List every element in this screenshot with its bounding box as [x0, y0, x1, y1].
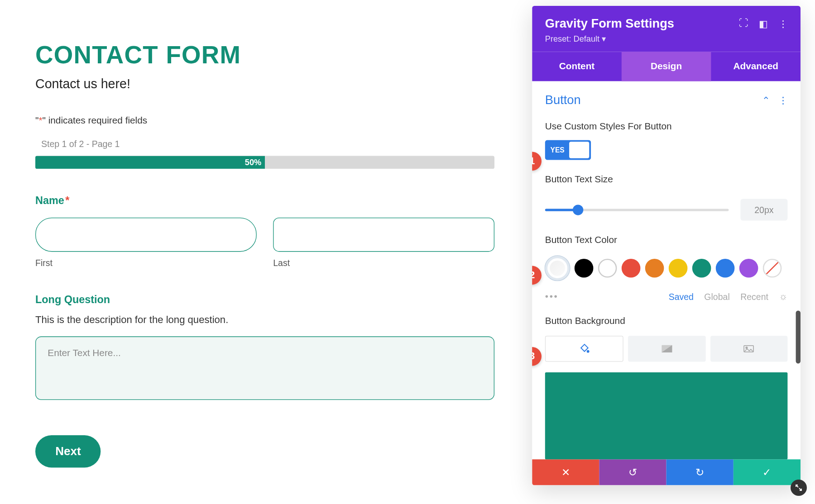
bg-tab-color[interactable]	[545, 336, 623, 361]
color-settings-icon[interactable]: ☼	[779, 291, 787, 302]
first-name-sublabel: First	[35, 257, 257, 267]
panel-tabs: Content Design Advanced	[532, 52, 801, 81]
option-custom-styles-label: Use Custom Styles For Button	[545, 121, 788, 132]
expand-icon[interactable]: ⛶	[739, 18, 748, 29]
save-button[interactable]: ✓	[734, 459, 801, 485]
section-title-button[interactable]: Button	[545, 93, 581, 107]
gradient-icon	[662, 345, 672, 353]
tab-design[interactable]: Design	[622, 52, 711, 81]
tab-advanced[interactable]: Advanced	[711, 52, 801, 81]
fullscreen-toggle[interactable]	[791, 480, 807, 496]
color-tab-global[interactable]: Global	[704, 291, 729, 301]
color-swatch-6[interactable]	[692, 259, 711, 278]
required-fields-note: "*" indicates required fields	[35, 115, 494, 126]
panel-footer: ✕ ↺ ↻ ✓	[532, 459, 801, 485]
custom-styles-toggle[interactable]: YES	[545, 140, 591, 160]
option-text-size-label: Button Text Size	[545, 174, 788, 185]
color-swatch-8[interactable]	[739, 259, 758, 278]
color-swatch-4[interactable]	[645, 259, 664, 278]
color-swatch-9[interactable]	[763, 259, 782, 278]
name-field-label: Name*	[35, 195, 494, 207]
bg-color-preview[interactable]	[545, 372, 788, 459]
text-size-value[interactable]: 20px	[740, 199, 787, 220]
text-size-slider[interactable]	[545, 209, 729, 211]
option-text-color-label: Button Text Color	[545, 235, 788, 245]
panel-title: Gravity Form Settings	[545, 16, 674, 30]
panel-header: Gravity Form Settings ⛶ ◧ ⋮ Preset: Defa…	[532, 6, 801, 52]
tab-content[interactable]: Content	[532, 52, 622, 81]
settings-panel: Gravity Form Settings ⛶ ◧ ⋮ Preset: Defa…	[532, 6, 801, 485]
bg-tab-gradient[interactable]	[628, 336, 706, 361]
next-button[interactable]: Next	[35, 435, 101, 468]
option-bg-label: Button Background	[545, 316, 788, 326]
form-title: CONTACT FORM	[35, 41, 494, 69]
color-swatch-row	[545, 256, 788, 281]
color-swatch-3[interactable]	[622, 259, 641, 278]
image-icon	[743, 345, 754, 353]
last-name-sublabel: Last	[273, 257, 494, 267]
svg-point-0	[587, 351, 589, 352]
slider-knob[interactable]	[573, 204, 583, 215]
undo-button[interactable]: ↺	[599, 459, 666, 485]
scrollbar[interactable]	[796, 310, 801, 363]
step-indicator: Step 1 of 2 - Page 1	[41, 139, 494, 149]
color-swatch-2[interactable]	[598, 259, 617, 278]
color-swatch-7[interactable]	[716, 259, 735, 278]
toggle-yes-label: YES	[551, 146, 565, 154]
color-tab-recent[interactable]: Recent	[740, 291, 768, 301]
collapse-icon[interactable]: ⌃	[762, 95, 770, 106]
redo-button[interactable]: ↻	[666, 459, 734, 485]
color-swatch-0[interactable]	[545, 256, 570, 281]
first-name-input[interactable]	[35, 218, 257, 252]
long-question-textarea[interactable]	[35, 337, 494, 400]
long-question-desc: This is the description for the long que…	[35, 314, 494, 326]
preset-selector[interactable]: Preset: Default ▾	[545, 34, 788, 43]
expand-arrows-icon	[795, 484, 802, 491]
progress-fill: 50%	[35, 156, 265, 169]
color-swatch-5[interactable]	[669, 259, 688, 278]
form-subtitle: Contact us here!	[35, 76, 494, 92]
section-menu-icon[interactable]: ⋮	[778, 95, 788, 106]
toggle-knob	[569, 142, 589, 158]
layout-icon[interactable]: ◧	[759, 18, 768, 29]
bg-tab-image[interactable]	[710, 336, 788, 361]
last-name-input[interactable]	[273, 218, 494, 252]
menu-icon[interactable]: ⋮	[778, 18, 788, 29]
paint-bucket-icon	[579, 343, 590, 354]
form-preview: CONTACT FORM Contact us here! "*" indica…	[0, 0, 530, 503]
more-colors-icon[interactable]: •••	[545, 291, 559, 302]
color-swatch-1[interactable]	[575, 259, 594, 278]
color-tab-saved[interactable]: Saved	[669, 291, 694, 301]
long-question-label: Long Question	[35, 294, 494, 306]
progress-bar: 50%	[35, 156, 494, 169]
close-button[interactable]: ✕	[532, 459, 599, 485]
